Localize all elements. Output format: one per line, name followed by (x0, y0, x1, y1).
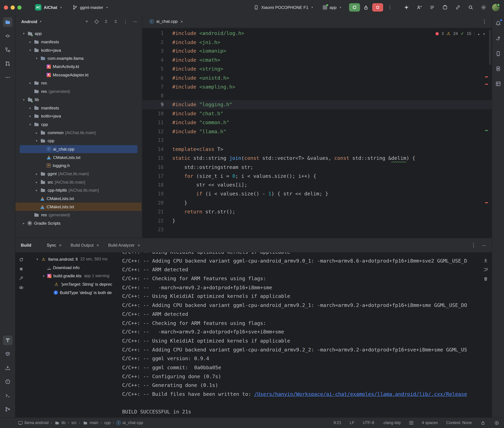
tree-item-common[interactable]: ▸common[AiChat.lib.main] (16, 128, 142, 137)
code-line-15[interactable]: 15static std::string join(const std::vec… (142, 154, 492, 163)
tree-item-ai-chat-cpp[interactable]: ai_chat.cpp (16, 145, 142, 153)
structure-tool-button[interactable] (3, 45, 12, 54)
error-stripe-mark[interactable] (485, 76, 488, 77)
project-tool-button[interactable] (3, 17, 12, 27)
tree-item-src[interactable]: ▸src[AiChat.lib.main] (16, 178, 142, 186)
more-run-options-icon[interactable] (386, 4, 393, 10)
status-widget-9-21[interactable]: 9:21 (333, 420, 342, 425)
project-panel-options-icon[interactable] (122, 18, 129, 25)
tree-item-manifests[interactable]: ▸manifests (16, 104, 142, 112)
chevron-right-icon[interactable]: ▸ (28, 106, 33, 110)
code-line-9[interactable]: 9#include "logging.h" (142, 100, 492, 109)
code-line-13[interactable]: 13 (142, 136, 492, 145)
tree-item-cpp-httplib[interactable]: ▸cpp-httplib[AiChat.lib.main] (16, 186, 142, 194)
device-explorer-tool-button[interactable] (3, 363, 12, 373)
write-access-lock-icon[interactable] (480, 420, 486, 426)
vcs-stripe-mark[interactable] (485, 130, 488, 131)
close-tab-icon[interactable] (180, 19, 184, 24)
build-tree-item-download-info[interactable]: Download info (27, 263, 121, 272)
notifications-button[interactable] (493, 19, 503, 28)
gradle-tool-button[interactable] (493, 34, 503, 43)
build-tree-item-build-gradle-kts[interactable]: ▾build.gradle.ktsapp 1 warning (27, 272, 121, 280)
chevron-right-icon[interactable]: ▸ (28, 115, 33, 118)
link-icon[interactable] (455, 5, 461, 10)
tab-build-output[interactable]: Build Output× (66, 238, 103, 252)
code-editor[interactable]: 1#include <android/log.h>2#include <jni.… (142, 28, 492, 238)
chevron-right-icon[interactable]: ▸ (21, 222, 26, 225)
tree-item-cpp[interactable]: ▾cpp (16, 120, 142, 128)
version-control-tool-button[interactable] (3, 404, 12, 414)
chevron-down-icon[interactable]: ▾ (28, 49, 33, 52)
chevron-down-icon[interactable] (39, 20, 42, 23)
tree-item-cmakelists-txt[interactable]: CMakeLists.txt (16, 203, 142, 211)
breadcrumb-main[interactable]: main (83, 420, 98, 426)
ai-assistant-icon[interactable] (404, 5, 409, 10)
device-manager-tool-button[interactable] (493, 49, 503, 58)
tree-item-cmakelists-txt[interactable]: CMakeLists.txt (16, 194, 142, 203)
chevron-right-icon[interactable]: ▸ (34, 189, 39, 192)
build-tree-item-buildtype-debug-is-both-de[interactable]: BuildType 'debug' is both de (27, 288, 121, 297)
hide-panel-button[interactable] (131, 18, 139, 25)
next-problem-icon[interactable] (483, 31, 485, 36)
terminal-tool-button[interactable] (3, 391, 12, 400)
close-tab-icon[interactable]: × (96, 243, 99, 248)
chevron-down-icon[interactable]: ▾ (34, 57, 39, 60)
profile-avatar[interactable] (492, 4, 500, 11)
locate-file-button[interactable] (93, 18, 100, 25)
code-line-10[interactable]: 10#include "chat.h" (142, 109, 492, 118)
tree-item-lib[interactable]: ▾lib (16, 96, 142, 104)
extensions-icon[interactable] (442, 5, 448, 10)
tree-item-com-example-llama[interactable]: ▾com.example.llama (16, 54, 142, 63)
code-line-21[interactable]: 21 return str.str(); (142, 207, 492, 216)
tree-item-res[interactable]: res(generated) (16, 87, 142, 95)
editor-options-icon[interactable] (481, 18, 488, 24)
app-inspection-tool-button[interactable] (493, 79, 503, 89)
device-selector[interactable]: Xiaomi POCOPHONE F1 (251, 3, 316, 11)
code-line-4[interactable]: 4#include <cmath> (142, 56, 492, 65)
code-line-19[interactable]: 19 if (i < values.size() - 1) { str << d… (142, 189, 492, 198)
status-widget-utf-8[interactable]: UTF-8 (363, 420, 374, 425)
chevron-right-icon[interactable]: ▸ (34, 131, 39, 134)
close-tab-icon[interactable]: × (59, 243, 61, 248)
tree-item-kotlin-java[interactable]: ▸kotlin+java (16, 112, 142, 120)
chevron-down-icon[interactable]: ▾ (21, 98, 26, 101)
highlighting-level-icon[interactable] (494, 420, 500, 426)
tree-item-manifests[interactable]: ▸manifests (16, 38, 142, 46)
breadcrumb-ai-chat-cpp[interactable]: ai_chat.cpp (116, 420, 143, 425)
build-tool-button[interactable] (3, 336, 12, 345)
stop-process-icon[interactable] (18, 266, 24, 272)
tree-item-cpp[interactable]: ▾cpp (16, 137, 142, 145)
run-configuration-selector[interactable]: app (320, 4, 344, 11)
status-widget-4-spaces[interactable]: 4 spaces (422, 420, 438, 425)
tab-sync[interactable]: Sync× (42, 238, 66, 252)
code-line-7[interactable]: 7#include <sampling.h> (142, 82, 492, 91)
tree-item-kotlin-java[interactable]: ▾kotlin+java (16, 46, 142, 54)
inspections-widget[interactable]: 3 24 15 (434, 31, 487, 37)
code-line-17[interactable]: 17 for (size_t i = 0; i < values.size();… (142, 172, 492, 181)
pin-icon[interactable] (18, 275, 24, 281)
rerun-sync-icon[interactable] (18, 257, 24, 262)
breadcrumb-llama-android[interactable]: llama.android (17, 420, 49, 426)
chevron-right-icon[interactable]: ▸ (34, 172, 39, 176)
chevron-right-icon[interactable]: ▸ (28, 40, 33, 44)
tree-item-ggml[interactable]: ▸ggml[AiChat.lib.main] (16, 170, 142, 178)
code-line-18[interactable]: 18 str << values[i]; (142, 181, 492, 189)
code-line-16[interactable]: 16 std::ostringstream str; (142, 163, 492, 172)
running-devices-tool-button[interactable] (493, 64, 503, 74)
tree-item-mainactivity-kt[interactable]: MainActivity.kt (16, 63, 142, 71)
code-line-6[interactable]: 6#include <unistd.h> (142, 74, 492, 82)
code-with-me-icon[interactable] (417, 5, 422, 10)
code-line-20[interactable]: 20 } (142, 198, 492, 207)
chevron-right-icon[interactable]: ▸ (28, 81, 33, 85)
chevron-down-icon[interactable]: ▾ (35, 257, 40, 261)
status-widget-lf[interactable]: LF (350, 420, 354, 425)
editor-scrollbar[interactable] (489, 29, 491, 65)
status-widget-clang-tidy[interactable]: .clang-tidy (383, 420, 401, 425)
clear-console-icon[interactable] (483, 276, 488, 281)
build-options-icon[interactable] (470, 242, 477, 248)
chevron-down-icon[interactable]: ▾ (41, 274, 46, 278)
commit-tool-button[interactable] (3, 31, 12, 41)
chevron-down-icon[interactable]: ▾ (21, 32, 26, 35)
todo-list-icon[interactable] (429, 5, 435, 10)
code-line-11[interactable]: 11#include "common.h" (142, 118, 492, 127)
